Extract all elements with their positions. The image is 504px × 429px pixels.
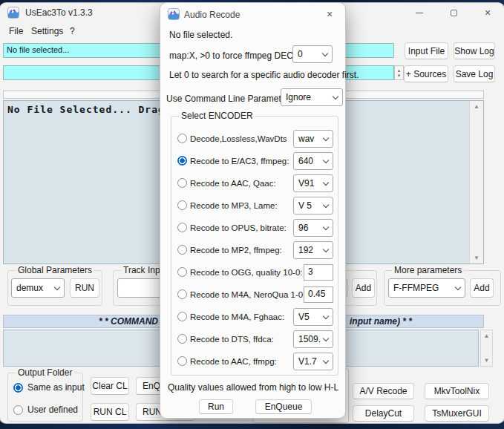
- show-log-button[interactable]: Show Log: [454, 42, 495, 59]
- mkvtoolnix-button[interactable]: MkvToolNix: [425, 383, 489, 399]
- dialog-run-button[interactable]: Run: [199, 399, 233, 414]
- more-parameters-select[interactable]: F-FFMPEG: [388, 278, 465, 298]
- scroll-up-icon: ▲: [474, 101, 480, 112]
- audio-recode-dialog: Audio Recode × No file selected. map:X, …: [160, 3, 345, 418]
- chevron-down-icon: [323, 134, 329, 140]
- encoder-label: Recode to OPUS, bitrate:: [190, 223, 287, 232]
- encoder-radio[interactable]: [177, 134, 187, 143]
- av-recode-button[interactable]: A/V Recode: [353, 383, 414, 399]
- command-header-right-text: input name) * *: [350, 316, 412, 327]
- more-parameters-label: More parameters: [392, 265, 464, 275]
- chevron-down-icon: [323, 201, 329, 207]
- encoder-label: Recode to MP3, Lame:: [190, 201, 278, 210]
- encoder-row: Recode to E/AC3, ffmpeg:640: [171, 152, 338, 170]
- tsmuxergui-button[interactable]: TsMuxerGUI: [425, 405, 489, 422]
- run-cl-button[interactable]: RUN CL: [91, 403, 129, 421]
- spinner-up-icon: ▲: [397, 68, 402, 73]
- encoder-radio[interactable]: [177, 267, 187, 277]
- delaycut-button[interactable]: DelayCut: [353, 405, 414, 422]
- scroll-down-icon: ▼: [474, 252, 480, 263]
- encoder-label: Recode to DTS, ffdca:: [190, 335, 274, 344]
- chevron-down-icon: [54, 284, 60, 289]
- encoder-row: Recode to M4A, NeroQua 1-0:0.45: [171, 286, 338, 304]
- encoder-value-select[interactable]: V1.7: [293, 353, 333, 370]
- minimize-button[interactable]: [408, 4, 431, 21]
- chevron-down-icon: [323, 335, 329, 341]
- sources-button[interactable]: + Sources: [404, 65, 448, 82]
- encoder-value-select[interactable]: 96: [293, 219, 333, 237]
- encoder-radio[interactable]: [177, 156, 187, 166]
- encoder-value-select[interactable]: V 5: [293, 197, 333, 214]
- chevron-down-icon: [323, 357, 329, 363]
- encoder-label: Recode to E/AC3, ffmpeg:: [190, 157, 289, 166]
- command-header-left-text: * * COMMAND: [99, 316, 158, 327]
- dialog-close-button[interactable]: ×: [320, 6, 339, 22]
- maximize-button[interactable]: [442, 4, 465, 21]
- encoder-row: Recode to OPUS, bitrate:96: [171, 219, 338, 237]
- encoder-label: Recode to M4A, NeroQua 1-0:: [190, 290, 305, 299]
- run-button[interactable]: RUN: [70, 278, 99, 298]
- clear-cl-button[interactable]: Clear CL: [91, 377, 129, 395]
- encoder-radio[interactable]: [177, 245, 187, 255]
- log-text: No File Selected... Drag&: [7, 104, 171, 115]
- scroll-down-icon: ▼: [484, 355, 490, 366]
- app-icon: [7, 7, 19, 19]
- encoder-value-select[interactable]: wav: [293, 130, 333, 148]
- encoder-value-select[interactable]: V5: [293, 308, 333, 326]
- chevron-down-icon: [323, 179, 329, 185]
- input-file-button[interactable]: Input File: [405, 42, 448, 59]
- encoder-row: Recode to M4A, Fghaac:V5: [171, 308, 338, 326]
- encoder-value-input[interactable]: 0.45: [304, 286, 333, 303]
- encoder-row: Recode to AAC, ffmpg:V1.7: [171, 353, 338, 370]
- encoder-row: Decode,Lossless,WavDtswav: [171, 130, 338, 148]
- user-defined-radio[interactable]: User defined: [13, 405, 78, 415]
- close-button[interactable]: ×: [477, 4, 499, 21]
- encoder-row: Recode to MP3, Lame:V 5: [171, 197, 338, 214]
- track-input-add-button[interactable]: Add: [352, 278, 375, 298]
- encoder-value-input[interactable]: 3: [304, 264, 333, 281]
- output-folder-label: Output Folder: [16, 367, 74, 378]
- encoder-row: Recode to OGG, quality 10-0:3: [171, 263, 338, 281]
- encoder-row: Recode to DTS, ffdca:1509.75: [171, 330, 338, 348]
- encoder-value-select[interactable]: 192: [293, 241, 333, 259]
- more-parameters-add-button[interactable]: Add: [470, 278, 494, 298]
- encoder-radio[interactable]: [177, 334, 187, 344]
- encoder-radio[interactable]: [177, 356, 187, 366]
- chevron-down-icon: [323, 246, 329, 252]
- save-log-button[interactable]: Save Log: [454, 65, 495, 82]
- encoder-radio[interactable]: [177, 200, 187, 210]
- same-as-input-label: Same as input: [27, 382, 85, 393]
- decoder-select[interactable]: 0: [292, 45, 333, 63]
- field-spinner[interactable]: ▲ ▼: [394, 65, 404, 80]
- chevron-down-icon: [323, 312, 329, 318]
- encoder-radio[interactable]: [177, 223, 187, 232]
- spinner-down-icon: ▼: [397, 73, 402, 78]
- dialog-enqueue-button[interactable]: EnQueue: [255, 399, 312, 414]
- log-scrollbar[interactable]: ▲ ▼: [469, 101, 483, 263]
- cli-select[interactable]: Ignore: [281, 88, 343, 106]
- dialog-title: Audio Recode: [184, 10, 240, 20]
- menu-settings[interactable]: Settings: [28, 24, 66, 38]
- user-defined-label: User defined: [27, 405, 78, 415]
- encoder-label: Recode to M4A, Fghaac:: [190, 312, 284, 321]
- menu-help[interactable]: ?: [67, 24, 78, 38]
- encoder-value-select[interactable]: 1509.75: [293, 330, 333, 348]
- encoder-value-select[interactable]: V91: [293, 174, 333, 192]
- cli-label: Use Command Line Parameters: [166, 94, 293, 104]
- decoder-hint: Let 0 to search for a specific audio dec…: [169, 70, 359, 80]
- global-parameters-select[interactable]: demux: [11, 278, 65, 298]
- encoder-radio[interactable]: [177, 312, 187, 321]
- encoder-radio[interactable]: [177, 289, 187, 299]
- encoder-value-select[interactable]: 640: [293, 152, 333, 170]
- menu-file[interactable]: File: [6, 24, 26, 38]
- encoder-group-label: Select ENCODER: [179, 111, 255, 121]
- quality-note: Quality values allowed from high to low …: [168, 382, 338, 393]
- encoder-radio[interactable]: [177, 178, 187, 188]
- encoder-row: Recode to AAC, Qaac:V91: [171, 174, 338, 192]
- close-icon: ×: [485, 7, 491, 18]
- encoder-label: Recode to MP2, ffmpeg:: [190, 246, 282, 255]
- global-parameters-label: Global Parameters: [16, 265, 94, 275]
- same-as-input-radio[interactable]: Same as input: [13, 382, 85, 393]
- radio-icon: [13, 383, 23, 393]
- command-scrollbar[interactable]: ▲ ▼: [480, 330, 493, 367]
